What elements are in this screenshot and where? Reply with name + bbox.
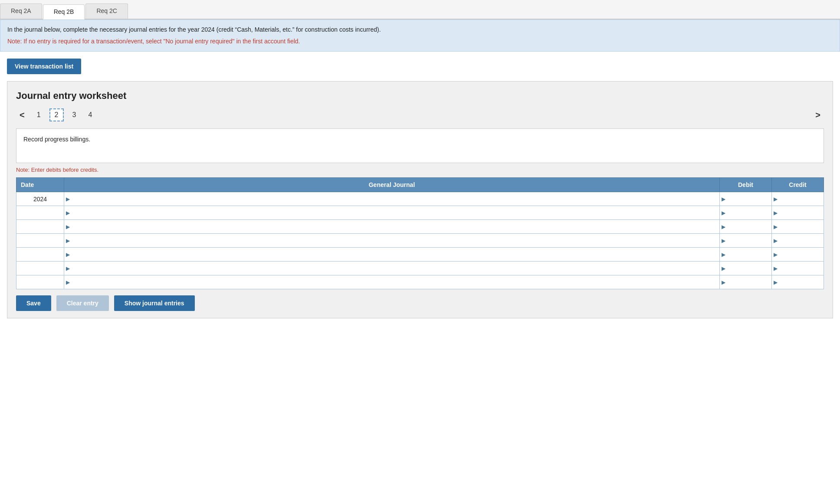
- date-cell: [16, 206, 64, 220]
- credit-input[interactable]: [772, 234, 824, 247]
- general-journal-cell[interactable]: ▶: [64, 275, 720, 289]
- credit-input[interactable]: [772, 220, 824, 233]
- date-cell: [16, 248, 64, 262]
- table-row: ▶▶▶: [16, 248, 824, 262]
- general-journal-input[interactable]: [64, 220, 719, 233]
- credit-input[interactable]: [772, 275, 824, 289]
- date-cell: [16, 262, 64, 275]
- general-journal-input[interactable]: [64, 206, 719, 219]
- credit-input[interactable]: [772, 206, 824, 219]
- tab-req2c[interactable]: Req 2C: [85, 3, 128, 19]
- record-desc-box: Record progress billings.: [16, 128, 824, 163]
- debit-input[interactable]: [720, 248, 771, 261]
- bottom-buttons: Save Clear entry Show journal entries: [16, 290, 824, 318]
- clear-entry-button[interactable]: Clear entry: [56, 295, 109, 311]
- debit-cell[interactable]: ▶: [720, 206, 772, 220]
- credit-cell[interactable]: ▶: [772, 234, 824, 248]
- table-row: ▶▶▶: [16, 234, 824, 248]
- worksheet-container: Journal entry worksheet < 1 2 3 4 > Reco…: [7, 81, 833, 318]
- table-row: ▶▶▶: [16, 206, 824, 220]
- debit-input[interactable]: [720, 192, 771, 206]
- table-row: 2024▶▶▶: [16, 192, 824, 206]
- general-journal-cell[interactable]: ▶: [64, 234, 720, 248]
- nav-entry-3[interactable]: 3: [69, 109, 80, 121]
- col-date: Date: [16, 178, 64, 192]
- save-button[interactable]: Save: [16, 295, 51, 311]
- debit-cell[interactable]: ▶: [720, 262, 772, 275]
- general-journal-cell[interactable]: ▶: [64, 248, 720, 262]
- worksheet-title: Journal entry worksheet: [16, 90, 824, 101]
- nav-prev-button[interactable]: <: [16, 109, 28, 121]
- tab-req2a[interactable]: Req 2A: [0, 3, 42, 19]
- date-cell: 2024: [16, 192, 64, 206]
- date-cell: [16, 220, 64, 234]
- general-journal-cell[interactable]: ▶: [64, 220, 720, 234]
- credit-cell[interactable]: ▶: [772, 262, 824, 275]
- tabs-bar: Req 2A Req 2B Req 2C: [0, 0, 840, 20]
- general-journal-input[interactable]: [64, 275, 719, 289]
- record-desc-text: Record progress billings.: [23, 136, 90, 143]
- date-cell: [16, 275, 64, 289]
- nav-entry-1[interactable]: 1: [33, 109, 44, 121]
- table-row: ▶▶▶: [16, 262, 824, 275]
- credit-input[interactable]: [772, 262, 824, 275]
- show-journal-button[interactable]: Show journal entries: [114, 295, 195, 311]
- table-row: ▶▶▶: [16, 275, 824, 289]
- view-transaction-button[interactable]: View transaction list: [7, 59, 81, 74]
- credit-cell[interactable]: ▶: [772, 275, 824, 289]
- nav-entry-2[interactable]: 2: [49, 108, 64, 121]
- general-journal-input[interactable]: [64, 248, 719, 261]
- general-journal-input[interactable]: [64, 234, 719, 247]
- credit-input[interactable]: [772, 192, 824, 206]
- nav-next-button[interactable]: >: [812, 109, 824, 121]
- credit-input[interactable]: [772, 248, 824, 261]
- tab-req2b[interactable]: Req 2B: [43, 4, 85, 20]
- credit-cell[interactable]: ▶: [772, 192, 824, 206]
- general-journal-input[interactable]: [64, 192, 719, 206]
- col-general-journal: General Journal: [64, 178, 720, 192]
- col-credit: Credit: [772, 178, 824, 192]
- nav-entry-4[interactable]: 4: [85, 109, 95, 121]
- instruction-box: In the journal below, complete the neces…: [0, 20, 840, 52]
- debit-input[interactable]: [720, 206, 771, 219]
- debit-credit-note: Note: Enter debits before credits.: [16, 167, 824, 173]
- general-journal-cell[interactable]: ▶: [64, 192, 720, 206]
- debit-input[interactable]: [720, 220, 771, 233]
- debit-cell[interactable]: ▶: [720, 220, 772, 234]
- col-debit: Debit: [720, 178, 772, 192]
- debit-input[interactable]: [720, 262, 771, 275]
- table-row: ▶▶▶: [16, 220, 824, 234]
- debit-input[interactable]: [720, 275, 771, 289]
- debit-cell[interactable]: ▶: [720, 248, 772, 262]
- credit-cell[interactable]: ▶: [772, 248, 824, 262]
- credit-cell[interactable]: ▶: [772, 206, 824, 220]
- date-cell: [16, 234, 64, 248]
- general-journal-cell[interactable]: ▶: [64, 262, 720, 275]
- debit-cell[interactable]: ▶: [720, 192, 772, 206]
- credit-cell[interactable]: ▶: [772, 220, 824, 234]
- general-journal-input[interactable]: [64, 262, 719, 275]
- instruction-main-text: In the journal below, complete the neces…: [7, 26, 381, 33]
- general-journal-cell[interactable]: ▶: [64, 206, 720, 220]
- debit-input[interactable]: [720, 234, 771, 247]
- journal-table: Date General Journal Debit Credit 2024▶▶…: [16, 177, 824, 289]
- debit-cell[interactable]: ▶: [720, 234, 772, 248]
- debit-cell[interactable]: ▶: [720, 275, 772, 289]
- entry-nav: < 1 2 3 4 >: [16, 108, 824, 121]
- instruction-note: Note: If no entry is required for a tran…: [7, 37, 833, 46]
